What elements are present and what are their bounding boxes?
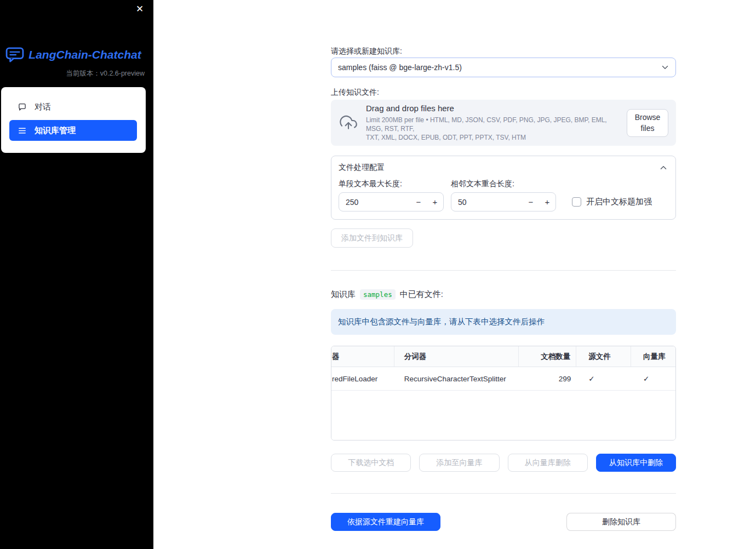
checkbox-box <box>572 197 581 207</box>
dropzone-texts: Drag and drop files here Limit 200MB per… <box>366 104 618 142</box>
zh-title-checkbox[interactable]: 开启中文标题加强 <box>572 197 652 207</box>
dropzone-title: Drag and drop files here <box>366 104 618 113</box>
plus-button[interactable]: + <box>427 193 443 211</box>
chunk-size-label: 单段文本最大长度: <box>339 178 444 189</box>
chunk-size-input: 250 − + <box>339 192 444 211</box>
overlap-size-input: 50 − + <box>451 192 556 211</box>
main-area: 请选择或新建知识库: samples (faiss @ bge-large-zh… <box>153 0 756 549</box>
sidebar-item-dialogue[interactable]: 对话 <box>1 96 146 118</box>
minus-button[interactable]: − <box>523 193 539 211</box>
kb-files-suffix: 中已有文件: <box>400 289 443 300</box>
file-config-expander: 文件处理配置 单段文本最大长度: 250 − + 相邻文 <box>331 156 676 220</box>
chat-bubble-icon <box>18 103 26 111</box>
sidebar-menu: 对话 知识库管理 <box>1 87 146 153</box>
file-action-buttons: 下载选中文档 添加至向量库 从向量库删除 从知识库中删除 <box>331 454 676 472</box>
file-dropzone[interactable]: Drag and drop files here Limit 200MB per… <box>331 100 676 146</box>
cell-loader: redFileLoader <box>331 367 394 390</box>
knowledge-base-icon <box>18 127 26 135</box>
logo-chat-icon <box>5 47 24 62</box>
sidebar-item-label: 对话 <box>35 102 51 112</box>
expander-title: 文件处理配置 <box>339 163 385 173</box>
rebuild-vector-store-button[interactable]: 依据源文件重建向量库 <box>331 513 440 531</box>
chunk-size-value[interactable]: 250 <box>339 198 410 207</box>
plus-button[interactable]: + <box>539 193 555 211</box>
kb-files-line: 知识库 samples 中已有文件: <box>331 288 676 300</box>
overlap-size-value[interactable]: 50 <box>451 198 523 207</box>
cell-doc-count: 299 <box>519 367 576 390</box>
add-files-button[interactable]: 添加文件到知识库 <box>331 228 413 248</box>
app-logo: LangChain-Chatchat <box>1 47 146 62</box>
checkbox-label: 开启中文标题加强 <box>586 197 652 207</box>
cloud-upload-icon <box>340 114 357 131</box>
kb-select-label: 请选择或新建知识库: <box>331 45 676 56</box>
kb-files-prefix: 知识库 <box>331 289 356 300</box>
kb-select[interactable]: samples (faiss @ bge-large-zh-v1.5) <box>331 58 676 77</box>
kb-manage-buttons: 依据源文件重建向量库 删除知识库 <box>331 513 676 531</box>
divider <box>331 493 676 494</box>
close-icon[interactable]: ✕ <box>135 4 145 14</box>
kb-select-value: samples (faiss @ bge-large-zh-v1.5) <box>338 63 462 72</box>
table-header: 器 分词器 文档数量 源文件 向量库 <box>331 346 675 367</box>
info-banner: 知识库中包含源文件与向量库，请从下表中选择文件后操作 <box>331 309 676 335</box>
header-splitter: 分词器 <box>394 346 519 367</box>
dropzone-limits-line2: TXT, XML, DOCX, EPUB, ODT, PPT, PPTX, TS… <box>366 133 618 142</box>
cell-splitter: RecursiveCharacterTextSplitter <box>394 367 519 390</box>
cell-vector-check: ✓ <box>631 367 675 390</box>
delete-from-vector-store-button[interactable]: 从向量库删除 <box>508 454 588 472</box>
cell-source-check: ✓ <box>576 367 631 390</box>
expander-header[interactable]: 文件处理配置 <box>339 157 668 178</box>
chevron-up-icon <box>658 163 668 173</box>
header-doc-count: 文档数量 <box>519 346 576 367</box>
kb-name-code: samples <box>360 289 396 300</box>
sidebar: ✕ LangChain-Chatchat 当前版本：v0.2.6-preview… <box>0 0 153 549</box>
upload-label: 上传知识文件: <box>331 87 676 98</box>
version-text: 当前版本：v0.2.6-preview <box>1 69 146 78</box>
overlap-size-field: 相邻文本重合长度: 50 − + <box>451 178 556 211</box>
table-empty-area <box>331 391 675 441</box>
header-loader: 器 <box>331 346 394 367</box>
info-text: 知识库中包含源文件与向量库，请从下表中选择文件后操作 <box>338 317 545 327</box>
add-to-vector-store-button[interactable]: 添加至向量库 <box>419 454 499 472</box>
kb-files-table: 器 分词器 文档数量 源文件 向量库 redFileLoader Recursi… <box>331 346 676 441</box>
logo-text: LangChain-Chatchat <box>28 48 141 61</box>
dropzone-limits-line1: Limit 200MB per file • HTML, MD, JSON, C… <box>366 116 618 133</box>
browse-files-button[interactable]: Browse files <box>627 109 668 137</box>
sidebar-item-knowledge-base[interactable]: 知识库管理 <box>9 120 137 141</box>
table-row[interactable]: redFileLoader RecursiveCharacterTextSpli… <box>331 367 675 391</box>
delete-kb-button[interactable]: 删除知识库 <box>566 513 676 531</box>
spacer <box>449 513 558 531</box>
content-column: 请选择或新建知识库: samples (faiss @ bge-large-zh… <box>331 0 676 531</box>
overlap-size-label: 相邻文本重合长度: <box>451 178 556 189</box>
config-row: 单段文本最大长度: 250 − + 相邻文本重合长度: 50 − + <box>339 178 668 211</box>
download-selected-button[interactable]: 下载选中文档 <box>331 454 411 472</box>
chunk-size-field: 单段文本最大长度: 250 − + <box>339 178 444 211</box>
delete-from-kb-button[interactable]: 从知识库中删除 <box>596 454 676 472</box>
minus-button[interactable]: − <box>410 193 427 211</box>
chevron-down-icon <box>660 62 670 72</box>
header-vector-store: 向量库 <box>631 346 675 367</box>
sidebar-item-label: 知识库管理 <box>35 125 76 136</box>
header-source-file: 源文件 <box>576 346 631 367</box>
divider <box>331 270 676 271</box>
